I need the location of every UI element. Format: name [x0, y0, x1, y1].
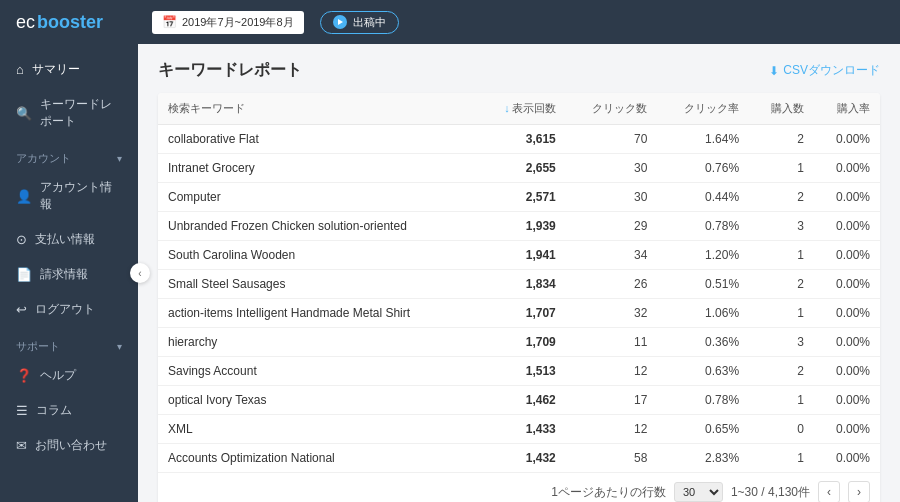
top-bar: ecbooster 📅 2019年7月~2019年8月 出稿中 — [0, 0, 900, 44]
chevron-down-icon: ▾ — [117, 153, 122, 164]
table-cell: 12 — [566, 357, 658, 386]
sidebar-item-keyword-report[interactable]: 🔍 キーワードレポート — [0, 87, 138, 139]
sidebar-label-billing: 請求情報 — [40, 266, 88, 283]
download-icon: ⬇ — [769, 64, 779, 78]
table-cell: 0.00% — [814, 415, 880, 444]
table-cell: 2,571 — [478, 183, 565, 212]
table-cell: 2 — [749, 357, 814, 386]
sidebar-label-help: ヘルプ — [40, 367, 76, 384]
sidebar-collapse-button[interactable]: ‹ — [130, 263, 150, 283]
sidebar-item-billing[interactable]: 📄 請求情報 — [0, 257, 138, 292]
keyword-table-wrap: 検索キーワード ↓表示回数 クリック数 クリック率 購入数 購入率 collab… — [158, 93, 880, 502]
keyword-table: 検索キーワード ↓表示回数 クリック数 クリック率 購入数 購入率 collab… — [158, 93, 880, 472]
col-impressions[interactable]: ↓表示回数 — [478, 93, 565, 125]
table-row: Accounts Optimization National1,432582.8… — [158, 444, 880, 473]
table-cell: 0.78% — [657, 212, 749, 241]
table-cell: 0.00% — [814, 386, 880, 415]
logo: ecbooster — [16, 12, 136, 33]
sidebar-section-account: アカウント ▾ — [0, 139, 138, 170]
account-section-label: アカウント — [16, 151, 71, 166]
table-cell: 30 — [566, 154, 658, 183]
table-cell: 3 — [749, 212, 814, 241]
table-cell: Unbranded Frozen Chicken solution-orient… — [158, 212, 478, 241]
table-cell: 0.00% — [814, 183, 880, 212]
table-cell: 0.00% — [814, 125, 880, 154]
table-cell: 1 — [749, 386, 814, 415]
sidebar-label-summary: サマリー — [32, 61, 80, 78]
table-cell: 2 — [749, 125, 814, 154]
sidebar-section-support: サポート ▾ — [0, 327, 138, 358]
table-row: XML1,433120.65%00.00% — [158, 415, 880, 444]
per-page-select[interactable]: 30 50 100 — [674, 482, 723, 502]
sidebar-label-logout: ログアウト — [35, 301, 95, 318]
table-cell: 0.76% — [657, 154, 749, 183]
table-cell: 17 — [566, 386, 658, 415]
table-cell: 2 — [749, 270, 814, 299]
table-row: Unbranded Frozen Chicken solution-orient… — [158, 212, 880, 241]
col-ctr: クリック率 — [657, 93, 749, 125]
sidebar-label-column: コラム — [36, 402, 72, 419]
col-purchase-rate: 購入率 — [814, 93, 880, 125]
table-cell: 29 — [566, 212, 658, 241]
table-cell: 0.44% — [657, 183, 749, 212]
sidebar-item-help[interactable]: ❓ ヘルプ — [0, 358, 138, 393]
sidebar-item-contact[interactable]: ✉ お問い合わせ — [0, 428, 138, 463]
table-cell: XML — [158, 415, 478, 444]
table-cell: 1,834 — [478, 270, 565, 299]
mail-icon: ✉ — [16, 438, 27, 453]
table-cell: 0 — [749, 415, 814, 444]
table-cell: 1 — [749, 299, 814, 328]
csv-download-button[interactable]: ⬇ CSVダウンロード — [769, 62, 880, 79]
status-label: 出稿中 — [353, 15, 386, 30]
table-cell: 0.51% — [657, 270, 749, 299]
table-cell: action-items Intelligent Handmade Metal … — [158, 299, 478, 328]
search-icon: 🔍 — [16, 106, 32, 121]
table-cell: optical Ivory Texas — [158, 386, 478, 415]
table-row: action-items Intelligent Handmade Metal … — [158, 299, 880, 328]
table-cell: 2.83% — [657, 444, 749, 473]
per-page-label: 1ページあたりの行数 — [551, 484, 666, 501]
main-content: キーワードレポート ⬇ CSVダウンロード 検索キーワード ↓表示回数 クリック… — [138, 44, 900, 502]
sidebar-item-summary[interactable]: ⌂ サマリー — [0, 52, 138, 87]
table-cell: 1.64% — [657, 125, 749, 154]
table-cell: hierarchy — [158, 328, 478, 357]
table-cell: 1,462 — [478, 386, 565, 415]
logo-booster: booster — [37, 12, 103, 33]
table-cell: 0.65% — [657, 415, 749, 444]
sidebar-label-contact: お問い合わせ — [35, 437, 107, 454]
table-cell: 1,433 — [478, 415, 565, 444]
play-icon — [333, 15, 347, 29]
next-page-button[interactable]: › — [848, 481, 870, 502]
date-badge[interactable]: 📅 2019年7月~2019年8月 — [152, 11, 304, 34]
chevron-down-icon-2: ▾ — [117, 341, 122, 352]
table-cell: 3,615 — [478, 125, 565, 154]
sidebar-item-column[interactable]: ☰ コラム — [0, 393, 138, 428]
column-icon: ☰ — [16, 403, 28, 418]
payment-icon: ⊙ — [16, 232, 27, 247]
table-cell: 32 — [566, 299, 658, 328]
table-cell: 1 — [749, 154, 814, 183]
home-icon: ⌂ — [16, 62, 24, 77]
logout-icon: ↩ — [16, 302, 27, 317]
sidebar-item-logout[interactable]: ↩ ログアウト — [0, 292, 138, 327]
support-section-label: サポート — [16, 339, 60, 354]
table-cell: 12 — [566, 415, 658, 444]
table-row: Intranet Grocery2,655300.76%10.00% — [158, 154, 880, 183]
table-cell: Accounts Optimization National — [158, 444, 478, 473]
csv-label: CSVダウンロード — [783, 62, 880, 79]
table-cell: collaborative Flat — [158, 125, 478, 154]
table-cell: 0.78% — [657, 386, 749, 415]
status-badge: 出稿中 — [320, 11, 399, 34]
table-cell: 0.00% — [814, 154, 880, 183]
table-cell: 0.00% — [814, 357, 880, 386]
table-cell: 1,941 — [478, 241, 565, 270]
table-cell: 1 — [749, 241, 814, 270]
content-area: キーワードレポート ⬇ CSVダウンロード 検索キーワード ↓表示回数 クリック… — [138, 44, 900, 502]
sidebar-item-account-info[interactable]: 👤 アカウント情報 — [0, 170, 138, 222]
billing-icon: 📄 — [16, 267, 32, 282]
page-header: キーワードレポート ⬇ CSVダウンロード — [158, 60, 880, 81]
prev-page-button[interactable]: ‹ — [818, 481, 840, 502]
table-cell: 0.00% — [814, 212, 880, 241]
table-cell: 1.06% — [657, 299, 749, 328]
sidebar-item-payment[interactable]: ⊙ 支払い情報 — [0, 222, 138, 257]
